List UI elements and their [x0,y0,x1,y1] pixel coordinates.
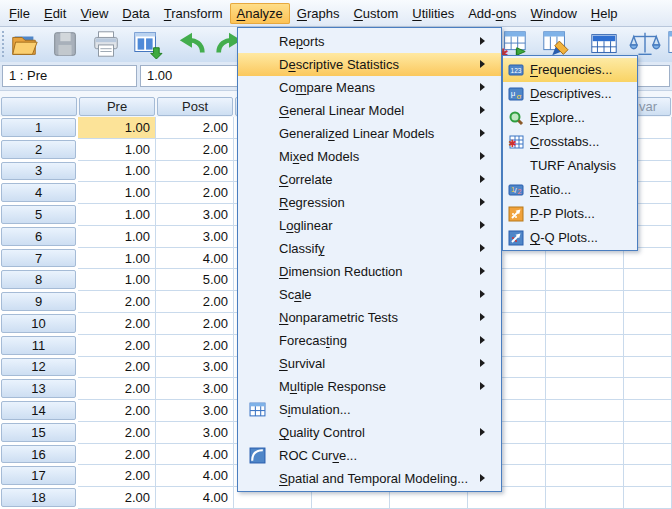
row-header[interactable]: 14 [1,401,76,420]
row-header[interactable]: 3 [1,162,76,181]
select-cases-icon[interactable] [666,29,672,59]
row-header[interactable]: 15 [1,423,76,442]
cell-empty[interactable] [546,400,624,422]
submenu-item-turf-analysis[interactable]: TURF Analysis [503,154,637,178]
row-header[interactable]: 16 [1,445,76,464]
cell-post[interactable]: 4.00 [156,465,234,487]
cell-empty[interactable] [546,313,624,335]
cell-empty[interactable] [546,444,624,466]
print-icon[interactable] [90,29,122,59]
open-folder-icon[interactable] [8,29,40,59]
cell-empty[interactable] [546,487,624,509]
menu-utilities[interactable]: Utilities [405,3,461,24]
cell-post[interactable]: 2.00 [156,335,234,357]
menu-graphs[interactable]: Graphs [290,3,347,24]
cell-empty[interactable] [546,465,624,487]
cell-pre[interactable]: 1.00 [78,139,156,161]
cell-pre[interactable]: 2.00 [78,291,156,313]
menu-item-compare-means[interactable]: Compare Means [238,76,501,99]
cell-post[interactable]: 3.00 [156,226,234,248]
row-header[interactable]: 1 [1,118,76,137]
cell-post[interactable]: 2.00 [156,291,234,313]
menu-edit[interactable]: Edit [37,3,73,24]
menu-item-quality-control[interactable]: Quality Control [238,421,501,444]
row-header[interactable]: 13 [1,379,76,398]
recall-dialogs-icon[interactable] [131,29,163,59]
cell-post[interactable]: 3.00 [156,357,234,379]
cell-pre[interactable]: 2.00 [78,378,156,400]
row-header[interactable]: 11 [1,336,76,355]
save-icon[interactable] [49,29,81,59]
cell-post[interactable]: 3.00 [156,400,234,422]
cell-pre[interactable]: 2.00 [78,444,156,466]
menu-item-general-linear-model[interactable]: General Linear Model [238,99,501,122]
menu-item-reports[interactable]: Reports [238,30,501,53]
menu-item-nonparametric-tests[interactable]: Nonparametric Tests [238,306,501,329]
cell-empty[interactable] [546,357,624,379]
cell-post[interactable]: 2.00 [156,161,234,183]
cell-post[interactable]: 2.00 [156,313,234,335]
cell-post[interactable]: 5.00 [156,269,234,291]
cell-pre[interactable]: 2.00 [78,357,156,379]
row-header[interactable]: 7 [1,249,76,268]
menu-item-descriptive-statistics[interactable]: Descriptive Statistics [238,53,501,76]
cell-pre[interactable]: 1.00 [78,204,156,226]
menu-item-scale[interactable]: Scale [238,283,501,306]
cell-pre[interactable]: 1.00 [78,182,156,204]
menu-item-regression[interactable]: Regression [238,191,501,214]
cell-pre[interactable]: 2.00 [78,400,156,422]
cell-pre[interactable]: 2.00 [78,335,156,357]
menu-item-roc-curve[interactable]: ROC Curve... [238,444,501,467]
cell-empty[interactable] [546,269,624,291]
row-header[interactable]: 10 [1,314,76,333]
menu-item-forecasting[interactable]: Forecasting [238,329,501,352]
cell-empty[interactable] [624,422,672,444]
row-header[interactable]: 5 [1,205,76,224]
cell-empty[interactable] [624,335,672,357]
menu-item-classify[interactable]: Classify [238,237,501,260]
menu-analyze[interactable]: Analyze [230,3,290,24]
menu-transform[interactable]: Transform [157,3,230,24]
cell-pre[interactable]: 1.00 [78,269,156,291]
menu-window[interactable]: Window [524,3,584,24]
undo-icon[interactable] [176,29,208,59]
row-header[interactable]: 8 [1,270,76,289]
cell-pre[interactable]: 2.00 [78,487,156,509]
submenu-item-ratio[interactable]: 1/2Ratio... [503,178,637,202]
cell-post[interactable]: 4.00 [156,444,234,466]
menu-add-ons[interactable]: Add-ons [461,3,523,24]
submenu-item-frequencies[interactable]: 123Frequencies... [503,58,637,82]
cell-pre[interactable]: 1.00 [78,161,156,183]
menu-data[interactable]: Data [115,3,156,24]
menu-custom[interactable]: Custom [346,3,405,24]
submenu-item-crosstabs[interactable]: ✱Crosstabs... [503,130,637,154]
menu-file[interactable]: File [2,3,37,24]
cell-empty[interactable] [546,422,624,444]
cell-empty[interactable] [624,487,672,509]
cell-post[interactable]: 4.00 [156,487,234,509]
cell-post[interactable]: 3.00 [156,378,234,400]
menu-item-loglinear[interactable]: Loglinear [238,214,501,237]
cell-empty[interactable] [624,313,672,335]
cell-post[interactable]: 3.00 [156,204,234,226]
cell-post[interactable]: 2.00 [156,182,234,204]
column-header-post[interactable]: Post [157,97,233,116]
cell-pre[interactable]: 1.00 [78,226,156,248]
cell-empty[interactable] [624,400,672,422]
submenu-item-q-q-plots[interactable]: Q-Q Plots... [503,226,637,250]
menu-item-simulation[interactable]: Simulation... [238,398,501,421]
cell-empty[interactable] [546,291,624,313]
menu-item-mixed-models[interactable]: Mixed Models [238,145,501,168]
row-header[interactable]: 18 [1,488,76,507]
cell-post[interactable]: 3.00 [156,422,234,444]
cell-pre[interactable]: 2.00 [78,313,156,335]
cell-empty[interactable] [624,269,672,291]
cell-pre[interactable]: 1.00 [78,248,156,270]
cell-empty[interactable] [624,465,672,487]
menu-view[interactable]: View [73,3,115,24]
menu-item-multiple-response[interactable]: Multiple Response [238,375,501,398]
menu-item-generalized-linear-models[interactable]: Generalized Linear Models [238,122,501,145]
cell-post[interactable]: 2.00 [156,117,234,139]
submenu-item-explore[interactable]: Explore... [503,106,637,130]
cell-empty[interactable] [546,378,624,400]
